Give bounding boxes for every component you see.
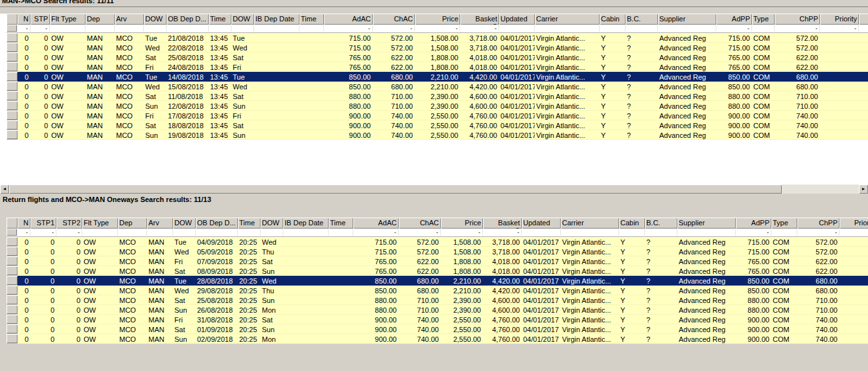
row-selector[interactable] [6, 62, 18, 72]
column-header[interactable]: Updated [522, 218, 561, 229]
column-header[interactable]: Updated [499, 14, 535, 25]
table-row[interactable]: 00OWMANMCOWed22/08/201813:45Wed715.00572… [6, 43, 868, 52]
filter-cell[interactable] [167, 25, 209, 32]
filter-cell[interactable]: - [399, 229, 441, 236]
row-selector[interactable] [6, 111, 18, 120]
filter-cell[interactable]: - [18, 25, 30, 32]
row-selector[interactable] [6, 315, 18, 324]
row-selector[interactable] [6, 52, 18, 62]
filter-cell[interactable]: - [775, 25, 820, 32]
column-header[interactable]: Time [329, 218, 353, 229]
column-header[interactable]: Price [415, 14, 460, 25]
column-header[interactable]: STP1 [30, 218, 56, 229]
column-header[interactable]: Basket▼ [483, 218, 522, 229]
scrollbar-track[interactable] [782, 185, 859, 194]
column-header[interactable]: ChPP [797, 218, 839, 229]
filter-cell[interactable] [561, 229, 619, 236]
column-header[interactable]: Dep [118, 218, 147, 229]
row-selector[interactable] [6, 276, 18, 286]
column-header[interactable]: Flt Type [50, 14, 86, 25]
filter-cell[interactable]: - [56, 229, 82, 236]
column-header[interactable]: Supplier [658, 14, 716, 25]
scroll-left-icon[interactable]: ◄ [0, 185, 9, 194]
row-selector[interactable] [6, 101, 18, 111]
column-header[interactable]: B.C. [645, 218, 677, 229]
column-header[interactable]: Supplier [677, 218, 736, 229]
filter-cell[interactable] [173, 229, 196, 236]
filter-cell[interactable] [118, 229, 147, 236]
column-header[interactable]: AdPP [716, 14, 752, 25]
column-header[interactable]: Arv [115, 14, 144, 25]
column-header[interactable]: DOW [173, 218, 196, 229]
column-header[interactable]: AdAC [353, 218, 399, 229]
filter-cell[interactable]: - [736, 229, 771, 236]
filter-cell[interactable] [299, 25, 324, 32]
filter-cell[interactable] [238, 229, 261, 236]
filter-cell[interactable] [619, 229, 645, 236]
filter-cell[interactable] [535, 25, 600, 32]
scrollbar-thumb[interactable] [9, 185, 782, 194]
column-header[interactable]: Type [752, 14, 775, 25]
table-row[interactable]: 00OWMANMCOSun12/08/201813:45Sun880.00710… [6, 101, 868, 111]
column-header[interactable]: AdPP [736, 218, 771, 229]
column-header[interactable]: Time [238, 218, 261, 229]
table-row[interactable]: 00OWMANMCOSat25/08/201813:45Sat765.00622… [6, 52, 868, 62]
filter-cell[interactable] [147, 229, 173, 236]
filter-cell[interactable] [752, 25, 775, 32]
column-header[interactable]: Cabin [600, 14, 626, 25]
filter-cell[interactable] [254, 25, 299, 32]
row-selector[interactable] [6, 43, 18, 52]
table-row[interactable]: 000OWMCOMANSat08/09/201820:25Sun765.0062… [6, 266, 868, 276]
column-header[interactable]: Arv [147, 218, 173, 229]
filter-cell[interactable]: - [820, 25, 859, 32]
scroll-right-icon[interactable]: ► [859, 185, 868, 194]
column-header[interactable]: Priority [839, 218, 868, 229]
column-header[interactable]: STP [30, 14, 50, 25]
column-header[interactable]: Priority [820, 14, 859, 25]
column-header[interactable]: Basket▼ [460, 14, 499, 25]
column-header[interactable]: AdAC [324, 14, 373, 25]
column-header[interactable]: ChAC [373, 14, 415, 25]
column-header[interactable]: DOW [144, 14, 167, 25]
row-selector[interactable] [6, 33, 18, 43]
filter-cell[interactable] [771, 229, 797, 236]
row-selector[interactable] [6, 120, 18, 130]
column-header[interactable]: OB Dep D... [196, 218, 238, 229]
filter-cell[interactable]: - [460, 25, 499, 32]
row-selector[interactable] [6, 247, 18, 256]
column-header[interactable]: IB Dep Date [254, 14, 299, 25]
table-row[interactable]: 00OWMANMCOSat11/08/201813:45Sat880.00710… [6, 91, 868, 101]
column-header[interactable]: Price [441, 218, 483, 229]
column-header[interactable]: B.C. [626, 14, 658, 25]
table-row[interactable]: 00OWMANMCOFri17/08/201813:45Fri900.00740… [6, 111, 868, 120]
row-selector[interactable] [6, 266, 18, 276]
row-selector[interactable] [6, 305, 18, 315]
filter-cell[interactable] [626, 25, 658, 32]
filter-cell[interactable] [261, 229, 283, 236]
column-header[interactable]: Dep [86, 14, 115, 25]
filter-cell[interactable] [499, 25, 535, 32]
filter-cell[interactable] [658, 25, 716, 32]
filter-cell[interactable]: - [859, 25, 868, 32]
table-row[interactable]: 00OWMANMCOSat18/08/201813:45Sat900.00740… [6, 120, 868, 130]
filter-cell[interactable]: - [839, 229, 868, 236]
row-selector[interactable] [6, 82, 18, 91]
row-selector[interactable] [6, 72, 18, 82]
table-row[interactable]: 000OWMCOMANTue04/09/201820:25Wed715.0057… [6, 237, 868, 247]
row-selector[interactable] [6, 256, 18, 266]
table-row[interactable]: 000OWMCOMANSat25/08/201820:25Sun880.0071… [6, 295, 868, 305]
horizontal-scrollbar[interactable]: ◄ ► [0, 185, 868, 194]
column-header[interactable]: Type [771, 218, 797, 229]
filter-cell[interactable] [144, 25, 167, 32]
row-selector[interactable] [6, 295, 18, 305]
column-header[interactable]: OB Dep D... [167, 14, 209, 25]
filter-cell[interactable]: - [30, 25, 50, 32]
column-header[interactable]: Carrier [535, 14, 600, 25]
filter-cell[interactable]: - [30, 229, 56, 236]
filter-cell[interactable]: - [441, 229, 483, 236]
filter-cell[interactable] [600, 25, 626, 32]
table-row[interactable]: 000OWMCOMANWed05/09/201820:25Thu715.0057… [6, 247, 868, 256]
filter-cell[interactable] [50, 25, 86, 32]
table-row[interactable]: 00OWMANMCOFri24/08/201813:45Fri765.00622… [6, 62, 868, 72]
column-header[interactable]: DOW [261, 218, 283, 229]
